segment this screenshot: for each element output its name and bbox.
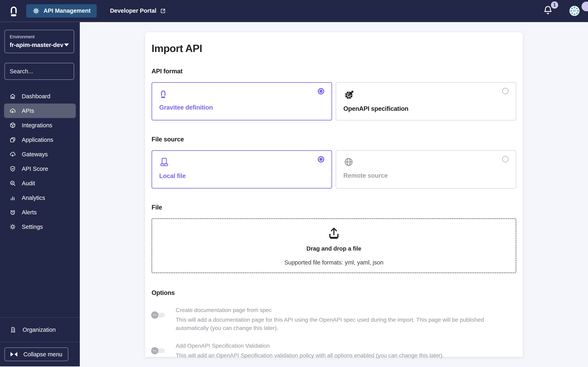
alarm-clock-icon	[9, 209, 16, 216]
sidebar-bottom: Organization Collapse menu	[0, 317, 80, 367]
sidebar-item-alerts[interactable]: Alerts	[4, 205, 76, 220]
sidebar-item-audit[interactable]: Audit	[4, 176, 76, 191]
gravitee-g-icon	[159, 89, 167, 99]
chevron-down-icon	[64, 43, 69, 46]
cloud-gear-icon	[9, 107, 16, 114]
api-management-button[interactable]: API Management	[26, 4, 97, 17]
openapi-icon	[343, 89, 355, 100]
toggle-description: This will add a documentation page for t…	[176, 316, 510, 332]
notification-badge: 1	[551, 1, 558, 9]
dropzone-title: Drag and drop a file	[306, 245, 361, 252]
sidebar-item-label: API Score	[22, 166, 48, 172]
toggle-add-spec-validation[interactable]	[151, 348, 165, 353]
sidebar-search[interactable]	[4, 63, 74, 80]
sidebar-item-integrations[interactable]: Integrations	[4, 118, 76, 133]
file-heading: File	[151, 204, 516, 211]
option-remote-source[interactable]: Remote source	[336, 150, 516, 189]
sidebar-item-gateways[interactable]: Gateways	[4, 147, 76, 162]
environment-label: Environment	[10, 34, 69, 40]
shield-check-icon	[9, 165, 16, 172]
sidebar-item-label: Applications	[22, 137, 53, 143]
option-local-file[interactable]: Local file	[151, 150, 332, 189]
sidebar-item-label: Integrations	[22, 122, 52, 129]
gear-icon	[9, 223, 16, 230]
page-title: Import API	[151, 42, 516, 54]
dropzone-hint: Supported file formats: yml, yaml, json	[284, 259, 384, 266]
option-label: OpenAPI specification	[343, 105, 509, 112]
sidebar-item-settings[interactable]: Settings	[4, 220, 76, 234]
environment-value: fr-apim-master-dev	[10, 42, 63, 48]
sidebar-item-label: APIs	[22, 108, 34, 114]
notifications-button[interactable]: 1	[543, 5, 553, 17]
gravitee-logo-icon	[8, 5, 19, 17]
file-source-options: Local file Remote source	[151, 150, 516, 189]
file-dropzone[interactable]: Drag and drop a file Supported file form…	[151, 218, 516, 273]
option-gravitee-definition[interactable]: Gravitee definition	[151, 82, 332, 120]
search-input[interactable]	[10, 68, 86, 75]
collapse-menu-button[interactable]: Collapse menu	[4, 348, 68, 361]
sidebar-item-dashboard[interactable]: Dashboard	[4, 89, 76, 104]
collapse-menu-label: Collapse menu	[23, 351, 62, 358]
option-label: Local file	[159, 172, 324, 180]
globe-icon	[343, 157, 354, 167]
cube-icon	[9, 122, 16, 129]
external-link-icon	[160, 8, 166, 14]
sidebar-item-label: Analytics	[22, 195, 45, 201]
organization-label: Organization	[23, 326, 56, 333]
upload-icon	[327, 225, 341, 240]
sidebar-item-applications[interactable]: Applications	[4, 133, 76, 147]
sidebar-item-api-score[interactable]: API Score	[4, 162, 76, 176]
environment-select[interactable]: Environment fr-apim-master-dev	[4, 30, 74, 53]
option-label: Remote source	[343, 172, 509, 179]
api-management-label: API Management	[43, 8, 91, 14]
toggle-create-doc-page[interactable]	[151, 313, 165, 317]
secondary-avatar-partial	[581, 2, 588, 11]
toggle-description: This will add an OpenAPI Specification v…	[176, 351, 510, 360]
sidebar-item-label: Gateways	[22, 151, 48, 158]
laptop-icon	[159, 157, 169, 167]
sidebar-item-label: Settings	[22, 224, 43, 230]
option-label: Gravitee definition	[159, 104, 324, 111]
home-icon	[9, 93, 16, 100]
developer-portal-label: Developer Portal	[110, 8, 156, 14]
sidebar-item-label: Dashboard	[22, 93, 50, 100]
sidebar: Environment fr-apim-master-dev	[0, 22, 80, 367]
option-add-spec-validation: Add OpenAPI Specification Validation Thi…	[151, 343, 516, 360]
api-format-heading: API format	[151, 68, 516, 75]
toggle-label: Create documentation page from spec	[176, 307, 516, 313]
main-content: Import API API format Gravitee definitio…	[80, 22, 588, 367]
import-api-card: Import API API format Gravitee definitio…	[145, 32, 523, 357]
divider	[0, 342, 80, 342]
radio-gravitee-definition[interactable]	[318, 88, 324, 94]
radio-openapi-specification[interactable]	[502, 88, 509, 94]
option-openapi-specification[interactable]: OpenAPI specification	[336, 82, 516, 120]
api-format-options: Gravitee definition	[151, 82, 516, 120]
sidebar-nav: Dashboard APIs	[0, 89, 80, 234]
organization-icon	[10, 326, 17, 333]
gear-badge-icon	[32, 7, 40, 15]
sidebar-item-label: Audit	[22, 180, 35, 187]
toggle-label: Add OpenAPI Specification Validation	[176, 343, 516, 349]
option-create-doc-page: Create documentation page from spec This…	[151, 307, 516, 332]
bar-chart-icon	[9, 194, 16, 201]
top-bar: API Management Developer Portal 1	[0, 0, 588, 22]
windows-icon	[9, 136, 16, 143]
sidebar-item-label: Alerts	[22, 209, 37, 216]
file-source-heading: File source	[151, 136, 516, 143]
sidebar-item-analytics[interactable]: Analytics	[4, 191, 76, 205]
sidebar-item-apis[interactable]: APIs	[4, 104, 76, 118]
radio-remote-source[interactable]	[502, 156, 509, 162]
options-heading: Options	[151, 289, 516, 297]
search-check-icon	[9, 180, 16, 187]
developer-portal-link[interactable]: Developer Portal	[104, 4, 172, 17]
sidebar-item-organization[interactable]: Organization	[0, 318, 80, 342]
cloud-download-icon	[9, 151, 16, 158]
radio-local-file[interactable]	[318, 156, 324, 163]
user-avatar[interactable]	[570, 6, 580, 16]
collapse-icon	[10, 352, 17, 357]
